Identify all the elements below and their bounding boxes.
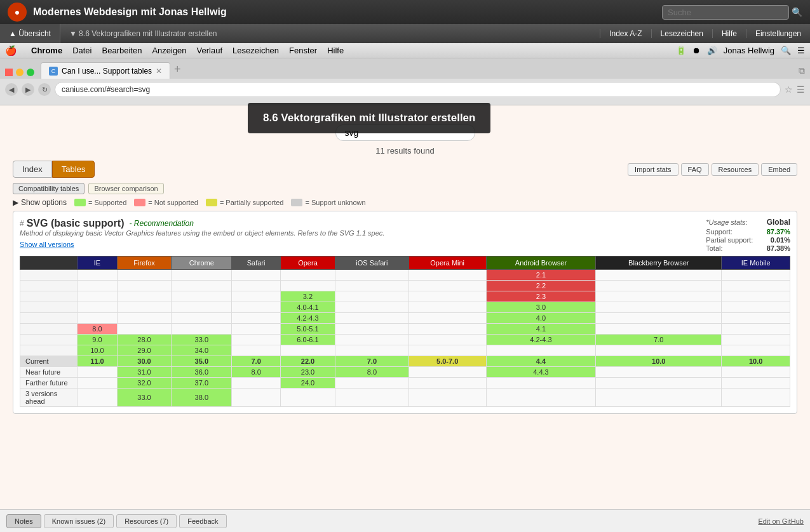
nav-back[interactable]: ▲ Übersicht: [0, 24, 60, 43]
menu-lesezeichen[interactable]: Lesezeichen: [227, 46, 284, 55]
show-all-versions[interactable]: Show all versions: [20, 241, 384, 248]
nav-back-label: ▲ Übersicht: [9, 29, 51, 38]
support-table: # SVG (basic support) - Recommendation M…: [13, 211, 797, 414]
compat-tables-btn[interactable]: Compatibility tables: [13, 183, 84, 194]
table-row-farther: Farther future 32.0 37.0 24.0: [20, 378, 790, 389]
menu-datei[interactable]: Datei: [67, 46, 97, 55]
total-value: 87.38%: [767, 244, 790, 252]
search-input[interactable]: [662, 5, 789, 20]
github-link[interactable]: Edit on GitHub: [758, 517, 804, 525]
address-bar: ◀ ▶ ↻ caniuse.com/#search=svg ☆ ☰: [0, 79, 810, 100]
table-row-3ahead: 3 versions ahead 33.0 38.0: [20, 389, 790, 407]
row-label: [20, 281, 78, 291]
hash-icon: #: [20, 219, 24, 228]
bottom-tabs: Notes Known issues (2) Resources (7) Fee…: [0, 509, 810, 532]
tab-tables[interactable]: Tables: [52, 161, 95, 178]
support-label: Support:: [706, 228, 732, 236]
close-btn[interactable]: [5, 69, 13, 76]
faq-btn[interactable]: FAQ: [681, 163, 709, 176]
resources-btn[interactable]: Resources: [712, 163, 759, 176]
mac-menu: 🍎 Chrome Datei Bearbeiten Anzeigen Verla…: [0, 43, 810, 58]
cell-ios: [335, 270, 408, 281]
legend-partial-label: = Partially supported: [220, 199, 284, 206]
th-version: [20, 256, 78, 270]
show-options-label: Show options: [21, 198, 67, 207]
user-name: Jonas Hellwig: [724, 46, 774, 55]
tab-feedback[interactable]: Feedback: [179, 514, 226, 528]
legend-not-supported-color: [134, 199, 145, 206]
usage-stats: *Usage stats: Global Support: 87.37% Par…: [706, 218, 790, 252]
browser-chrome: C Can I use... Support tables ✕ + ⧉ ◀ ▶ …: [0, 58, 810, 105]
menu-chrome[interactable]: Chrome: [26, 46, 67, 55]
menu-anzeigen[interactable]: Anzeigen: [147, 46, 191, 55]
main-tabs-row: Index Tables Import stats FAQ Resources …: [13, 161, 797, 178]
legend-not-supported: = Not supported: [134, 199, 198, 206]
rec-badge: - Recommendation: [129, 219, 193, 228]
nav-index[interactable]: Index A-Z: [600, 29, 651, 38]
menu-fenster[interactable]: Fenster: [284, 46, 322, 55]
menu-bearbeiten[interactable]: Bearbeiten: [97, 46, 147, 55]
maximize-btn[interactable]: [27, 69, 34, 76]
th-android: Android Browser: [486, 256, 595, 270]
mac-search-icon[interactable]: 🔍: [781, 46, 791, 55]
tab-bar: C Can I use... Support tables ✕ + ⧉: [0, 58, 810, 79]
app-logo: ●: [8, 3, 27, 22]
browser-tab[interactable]: C Can I use... Support tables ✕: [41, 62, 170, 79]
back-btn[interactable]: ◀: [5, 83, 18, 96]
embed-btn[interactable]: Embed: [761, 163, 797, 176]
nav-bar: ▲ Übersicht ▼ 8.6 Vektorgrafiken mit Ill…: [0, 24, 810, 43]
bookmark-icon[interactable]: ☆: [785, 84, 793, 95]
th-iemobile: IE Mobile: [722, 256, 790, 270]
new-tab-btn[interactable]: +: [174, 63, 181, 76]
import-stats-btn[interactable]: Import stats: [628, 163, 678, 176]
tab-close-icon[interactable]: ✕: [156, 67, 162, 76]
url-field[interactable]: caniuse.com/#search=svg: [55, 82, 781, 97]
table-row: 9.0 28.0 33.0 6.0-6.1 4.2-4.3 7.0: [20, 335, 790, 345]
tab-notes[interactable]: Notes: [6, 514, 41, 528]
tab-resources[interactable]: Resources (7): [116, 514, 177, 528]
apple-icon[interactable]: 🍎: [5, 45, 17, 57]
browser-comparison-btn[interactable]: Browser comparison: [88, 183, 163, 194]
main-content: Search: 11 results found Index Tables Im…: [0, 105, 810, 509]
menu-hilfe[interactable]: Hilfe: [322, 46, 349, 55]
nav-settings[interactable]: Einstellungen: [746, 29, 810, 38]
legend-unknown: = Support unknown: [291, 199, 365, 206]
cell-bb: [596, 270, 722, 281]
mac-list-icon[interactable]: ☰: [797, 46, 805, 55]
nav-help[interactable]: Hilfe: [712, 29, 746, 38]
cell-safari: [232, 270, 280, 281]
th-ie: IE: [78, 256, 118, 270]
th-chrome: Chrome: [172, 256, 232, 270]
menu-verlauf[interactable]: Verlauf: [192, 46, 227, 55]
cell-operamini: [408, 270, 486, 281]
browser-compat-table: IE Firefox Chrome Safari Opera iOS Safar…: [20, 256, 790, 407]
cell-ff: [117, 270, 171, 281]
filter-row: Compatibility tables Browser comparison: [13, 183, 797, 194]
partial-label: Partial support:: [706, 236, 753, 244]
show-options-btn[interactable]: ▶ Show options: [13, 198, 67, 207]
app-bar: ● Modernes Webdesign mit Jonas Hellwig 🔍: [0, 0, 810, 24]
row-label: [20, 270, 78, 281]
show-options-row: ▶ Show options = Supported = Not support…: [13, 198, 797, 207]
minimize-btn[interactable]: [16, 69, 24, 76]
mac-right: 🔋 ⏺ 🔊 Jonas Hellwig 🔍 ☰: [676, 46, 805, 55]
reload-btn[interactable]: ↻: [38, 83, 51, 96]
legend-unknown-color: [291, 199, 302, 206]
feature-title: SVG (basic support): [27, 218, 125, 229]
legend-supported: = Supported: [74, 199, 126, 206]
forward-btn[interactable]: ▶: [22, 83, 34, 96]
caniuse-search-input[interactable]: [335, 124, 475, 141]
total-label: Total:: [706, 244, 722, 252]
legend-not-supported-label: = Not supported: [148, 199, 198, 206]
search-icon[interactable]: 🔍: [792, 7, 802, 17]
browser-menu-icon[interactable]: ☰: [797, 84, 805, 95]
restore-btn[interactable]: ⧉: [799, 65, 805, 76]
usage-title: *Usage stats:: [706, 218, 747, 226]
tab-index[interactable]: Index: [13, 161, 52, 178]
nav-bookmarks[interactable]: Lesezeichen: [651, 29, 712, 38]
row-current-label: Current: [20, 356, 78, 367]
cell-opera: [280, 270, 335, 281]
cell-android: 2.1: [486, 270, 595, 281]
tab-known-issues[interactable]: Known issues (2): [44, 514, 114, 528]
cell-ie: [78, 270, 118, 281]
